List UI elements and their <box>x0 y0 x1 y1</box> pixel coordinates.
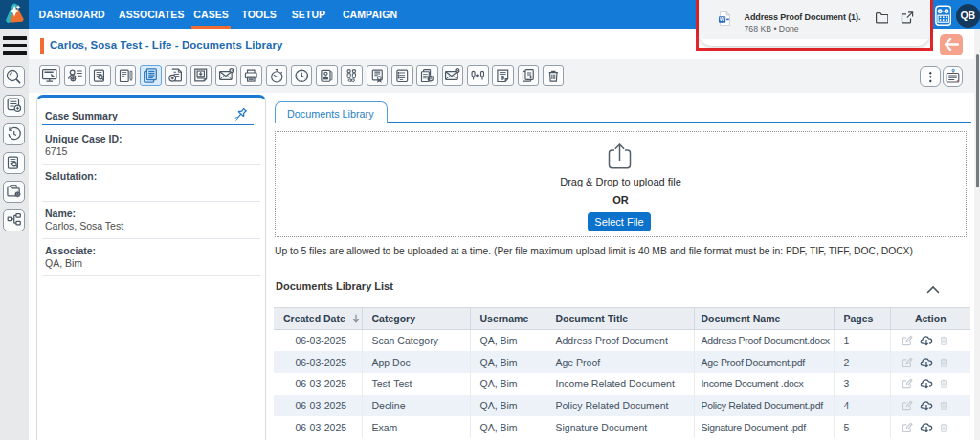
nav-item-cases[interactable]: CASES <box>193 0 229 29</box>
breadcrumb-accent <box>40 38 44 54</box>
column-header-document-title[interactable]: Document Title <box>546 308 694 330</box>
column-header-category[interactable]: Category <box>362 308 470 330</box>
table-cell: Income Related Document <box>546 373 694 395</box>
table-cell: 06-03-2025 <box>274 351 362 373</box>
table-cell: 06-03-2025 <box>274 416 362 438</box>
column-header-created-date[interactable]: Created Date <box>274 308 362 330</box>
toolbar-print-icon[interactable] <box>240 65 262 86</box>
table-cell: 2 <box>834 351 890 373</box>
tab-documents-library[interactable]: Documents Library <box>275 101 388 123</box>
open-in-new-icon[interactable] <box>901 11 914 24</box>
toolbar-quick-note-icon[interactable] <box>943 66 964 87</box>
rail-hierarchy-icon[interactable] <box>3 209 25 231</box>
toolbar-documents-gear-icon[interactable] <box>416 65 438 86</box>
content-area: Case Summary Unique Case ID:6715Salutati… <box>29 93 980 440</box>
column-header-pages[interactable]: Pages <box>834 308 890 330</box>
row-delete-icon[interactable] <box>940 401 947 410</box>
download-notification: W Address Proof Document (1). 768 KB • D… <box>696 0 933 51</box>
toolbar-import-document-icon[interactable] <box>190 65 212 86</box>
toolbar-document-search-icon[interactable] <box>89 65 111 86</box>
nav-item-associates[interactable]: ASSOCIATES <box>119 0 184 29</box>
toolbar-delete-icon[interactable] <box>543 65 565 86</box>
row-edit-icon[interactable] <box>902 378 913 389</box>
row-actions <box>895 400 956 411</box>
toolbar-transfer-icon[interactable] <box>467 65 489 86</box>
case-field-value: Carlos, Sosa Test <box>45 220 257 232</box>
nav-item-campaign[interactable]: CAMPAIGN <box>343 0 397 29</box>
case-field: Unique Case ID:6715 <box>42 127 260 165</box>
toolbar-document-notes-icon[interactable] <box>115 65 137 86</box>
toolbar-mail-check-icon[interactable] <box>442 65 464 86</box>
nav-item-dashboard[interactable]: DASHBOARD <box>39 0 105 29</box>
toolbar-compose-email-icon[interactable] <box>215 65 237 86</box>
toolbar-export-document-icon[interactable] <box>518 65 540 86</box>
row-actions <box>895 357 956 368</box>
toolbar-client-profile-icon[interactable] <box>64 65 86 86</box>
table-cell: 06-03-2025 <box>274 373 362 395</box>
table-cell: Decline <box>362 395 470 417</box>
case-field-value <box>45 183 257 195</box>
rail-note-add-icon[interactable] <box>3 95 25 117</box>
hamburger-menu-icon[interactable] <box>3 36 27 55</box>
toolbar-copy-documents-icon[interactable] <box>140 65 162 86</box>
row-download-icon[interactable] <box>920 335 933 346</box>
row-edit-icon[interactable] <box>902 400 913 411</box>
vertical-scrollbar[interactable] <box>974 29 980 440</box>
upload-dropzone[interactable]: Drag & Drop to upload file OR Select Fil… <box>275 131 967 237</box>
row-edit-icon[interactable] <box>902 335 913 346</box>
row-edit-icon[interactable] <box>902 422 913 433</box>
row-download-icon[interactable] <box>920 378 933 389</box>
table-cell: App Doc <box>362 351 470 373</box>
table-cell: QA, Bim <box>470 351 546 373</box>
row-delete-icon[interactable] <box>940 423 947 432</box>
table-cell-action <box>890 351 970 373</box>
case-summary-panel: Case Summary Unique Case ID:6715Salutati… <box>36 95 266 440</box>
select-file-button[interactable]: Select File <box>588 212 651 232</box>
toolbar-relationship-icon[interactable] <box>341 65 363 86</box>
scrollbar-thumb[interactable] <box>976 54 979 187</box>
toolbar-kebab-menu-icon[interactable] <box>920 66 941 87</box>
back-button[interactable] <box>940 34 963 55</box>
toolbar-clock-icon[interactable] <box>291 65 313 86</box>
user-avatar[interactable]: QB <box>956 4 980 29</box>
rail-search-icon[interactable] <box>3 66 25 88</box>
rail-history-icon[interactable] <box>3 123 25 145</box>
row-edit-icon[interactable] <box>902 357 913 368</box>
row-download-icon[interactable] <box>920 422 933 433</box>
app-root: DASHBOARDASSOCIATESCASESTOOLSSETUPCAMPAI… <box>0 0 980 440</box>
toolbar-certificate-icon[interactable] <box>367 65 389 86</box>
table-header-row: Created DateCategoryUsernameDocument Tit… <box>274 308 970 330</box>
toolbar-invoice-icon[interactable] <box>492 65 514 86</box>
rail-document-view-icon[interactable] <box>3 152 25 174</box>
column-header-username[interactable]: Username <box>470 308 546 330</box>
toolbar-checklist-icon[interactable] <box>391 65 413 86</box>
toolbar-desktop-icon[interactable] <box>39 65 61 86</box>
row-download-icon[interactable] <box>920 400 933 411</box>
abacus-icon[interactable] <box>935 5 952 27</box>
row-download-icon[interactable] <box>920 357 933 368</box>
toolbar-stopwatch-icon[interactable] <box>266 65 288 86</box>
column-header-action[interactable]: Action <box>890 308 970 330</box>
case-summary-header: Case Summary <box>42 98 254 125</box>
table-cell-action <box>890 395 970 417</box>
collapse-chevron-icon[interactable] <box>925 285 941 294</box>
download-card: W Address Proof Document (1). 768 KB • D… <box>699 0 930 46</box>
toolbar-add-document-icon[interactable] <box>165 65 187 86</box>
show-in-folder-icon[interactable] <box>876 12 889 24</box>
table-cell: Signature Document .pdf <box>694 416 834 438</box>
pin-icon[interactable] <box>234 107 248 121</box>
row-delete-icon[interactable] <box>940 336 947 345</box>
app-logo[interactable] <box>0 0 29 29</box>
row-delete-icon[interactable] <box>940 358 947 367</box>
back-arrow-icon <box>944 38 959 51</box>
upload-note: Up to 5 files are allowed to be uploaded… <box>275 246 913 256</box>
rail-case-folder-icon[interactable] <box>3 181 25 203</box>
nav-item-tools[interactable]: TOOLS <box>241 0 276 29</box>
row-delete-icon[interactable] <box>940 379 947 388</box>
table-cell: QA, Bim <box>470 373 546 395</box>
case-field-label: Salutation: <box>45 170 257 183</box>
toolbar-id-folder-icon[interactable] <box>316 65 338 86</box>
tab-strip: Documents Library <box>275 101 971 123</box>
column-header-document-name[interactable]: Document Name <box>694 308 834 330</box>
nav-item-setup[interactable]: SETUP <box>292 0 326 29</box>
